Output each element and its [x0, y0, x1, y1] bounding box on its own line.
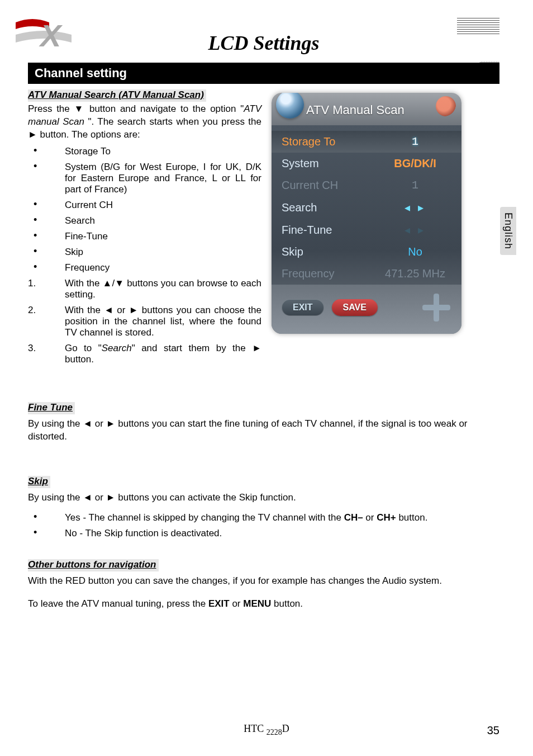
osd-row-currentch[interactable]: Current CH 1	[272, 174, 461, 196]
osd-exit-button[interactable]: EXIT	[282, 299, 324, 316]
skip-text: By using the ◄ or ► buttons you can acti…	[28, 492, 499, 504]
subsection-skip-heading: Skip	[28, 476, 50, 488]
osd-screenshot: ATV Manual Scan Storage To 1 System BG/D…	[272, 93, 461, 334]
osd-row-skip[interactable]: Skip No	[272, 241, 461, 263]
subsection-other-heading: Other buttons for navigation	[28, 559, 159, 571]
list-item: Fine-Tune	[28, 231, 261, 242]
osd-row-system[interactable]: System BG/DK/I	[272, 153, 461, 174]
section-heading: Channel setting	[28, 63, 499, 84]
osd-title: ATV Manual Scan	[306, 103, 404, 117]
other-p2: To leave the ATV manual tuning, press th…	[28, 598, 499, 611]
list-item: Storage To	[28, 146, 261, 157]
osd-save-button[interactable]: SAVE	[332, 299, 378, 316]
language-tab: English	[500, 207, 516, 255]
list-item: Skip	[28, 247, 261, 258]
osd-row-storage[interactable]: Storage To 1	[272, 131, 461, 153]
list-item: 3.Go to "Search" and start them by the ►…	[28, 343, 261, 365]
list-item: Current CH	[28, 200, 261, 211]
page-number: 35	[487, 724, 499, 737]
osd-row-search[interactable]: Search ◂ ▸	[272, 196, 461, 219]
list-item: Search	[28, 215, 261, 226]
svg-text:X: X	[39, 18, 63, 53]
other-p1: With the RED button you can save the cha…	[28, 575, 499, 588]
list-item: 1.With the ▲/▼ buttons you can browse to…	[28, 278, 261, 300]
finetune-text: By using the ◄ or ► buttons you can star…	[28, 418, 499, 443]
list-item: System (B/G for West Europe, I for UK, D…	[28, 162, 261, 195]
subsection-finetune-heading: Fine Tune	[28, 402, 75, 414]
page-title: LCD Settings	[28, 31, 499, 55]
subsection-atv-heading: ATV Manual Search (ATV Manual Scan)	[28, 89, 206, 102]
header-decoration-lines	[457, 18, 499, 36]
globe-icon	[276, 93, 304, 119]
osd-row-frequency[interactable]: Frequency 471.25 MHz	[272, 263, 461, 285]
header-decoration-block	[479, 62, 499, 76]
brand-logo: X	[16, 16, 72, 55]
skip-list: Yes - The channel is skipped by changing…	[28, 512, 499, 539]
atv-options-list: Storage To System (B/G for West Europe, …	[28, 146, 261, 273]
dpad-icon	[421, 292, 451, 323]
list-item: 2.With the ◄ or ► buttons you can choose…	[28, 305, 261, 338]
header-art-icon	[436, 96, 456, 116]
atv-steps-list: 1.With the ▲/▼ buttons you can browse to…	[28, 278, 261, 365]
list-item: No - The Skip function is deactivated.	[28, 528, 499, 539]
list-item: Yes - The channel is skipped by changing…	[28, 512, 499, 523]
list-item: Frequency	[28, 262, 261, 273]
footer-model: HTC 2228D	[0, 723, 533, 737]
atv-intro: Press the ▼ button and navigate to the o…	[28, 103, 261, 141]
osd-row-finetune[interactable]: Fine-Tune ◂ ▸	[272, 219, 461, 241]
